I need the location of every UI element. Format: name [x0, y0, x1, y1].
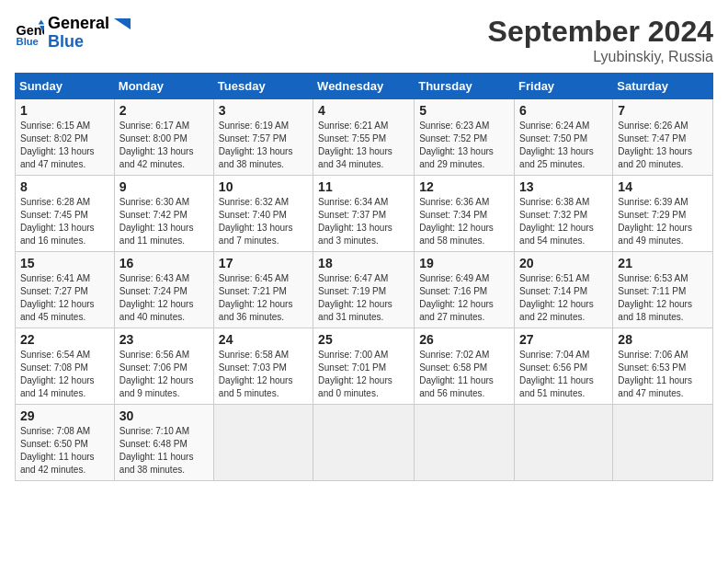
table-row: 2Sunrise: 6:17 AMSunset: 8:00 PMDaylight…	[114, 99, 213, 176]
table-row: 27Sunrise: 7:04 AMSunset: 6:56 PMDayligh…	[515, 328, 613, 405]
day-number: 16	[119, 256, 209, 270]
calendar-week-row: 15Sunrise: 6:41 AMSunset: 7:27 PMDayligh…	[16, 252, 713, 328]
day-number: 20	[519, 256, 608, 270]
day-info: Sunrise: 6:24 AMSunset: 7:50 PMDaylight:…	[519, 120, 608, 171]
table-row: 19Sunrise: 6:49 AMSunset: 7:16 PMDayligh…	[415, 252, 515, 328]
day-info: Sunrise: 7:06 AMSunset: 6:53 PMDaylight:…	[618, 349, 708, 400]
col-sunday: Sunday	[16, 74, 115, 99]
day-number: 2	[119, 103, 209, 118]
day-number: 23	[119, 332, 209, 347]
day-info: Sunrise: 7:02 AMSunset: 6:58 PMDaylight:…	[419, 349, 509, 400]
table-row: 26Sunrise: 7:02 AMSunset: 6:58 PMDayligh…	[415, 328, 515, 405]
logo-general: General	[48, 15, 131, 33]
table-row: 18Sunrise: 6:47 AMSunset: 7:19 PMDayligh…	[313, 252, 415, 328]
day-info: Sunrise: 7:04 AMSunset: 6:56 PMDaylight:…	[519, 349, 608, 400]
day-number: 27	[519, 332, 608, 347]
table-row	[613, 405, 713, 481]
table-row: 17Sunrise: 6:45 AMSunset: 7:21 PMDayligh…	[213, 252, 313, 328]
table-row: 4Sunrise: 6:21 AMSunset: 7:55 PMDaylight…	[313, 99, 415, 176]
day-info: Sunrise: 6:30 AMSunset: 7:42 PMDaylight:…	[119, 196, 209, 247]
day-info: Sunrise: 6:17 AMSunset: 8:00 PMDaylight:…	[119, 120, 209, 171]
table-row	[313, 405, 415, 481]
day-info: Sunrise: 7:08 AMSunset: 6:50 PMDaylight:…	[20, 425, 109, 477]
table-row	[415, 405, 515, 481]
day-info: Sunrise: 6:39 AMSunset: 7:29 PMDaylight:…	[618, 196, 708, 247]
day-info: Sunrise: 6:26 AMSunset: 7:47 PMDaylight:…	[618, 120, 708, 171]
table-row: 11Sunrise: 6:34 AMSunset: 7:37 PMDayligh…	[313, 176, 415, 252]
table-row	[213, 405, 313, 481]
day-number: 10	[219, 179, 308, 194]
table-row: 7Sunrise: 6:26 AMSunset: 7:47 PMDaylight…	[613, 99, 713, 176]
table-row: 1Sunrise: 6:15 AMSunset: 8:02 PMDaylight…	[16, 99, 115, 176]
day-number: 30	[119, 408, 209, 423]
day-number: 29	[20, 408, 109, 423]
table-row: 21Sunrise: 6:53 AMSunset: 7:11 PMDayligh…	[613, 252, 713, 328]
day-info: Sunrise: 7:10 AMSunset: 6:48 PMDaylight:…	[119, 425, 209, 477]
svg-text:Blue: Blue	[17, 36, 39, 47]
calendar-week-row: 8Sunrise: 6:28 AMSunset: 7:45 PMDaylight…	[16, 176, 713, 252]
table-row: 30Sunrise: 7:10 AMSunset: 6:48 PMDayligh…	[114, 405, 213, 481]
col-saturday: Saturday	[613, 74, 713, 99]
logo-arrow-icon	[114, 18, 131, 29]
day-number: 19	[419, 256, 509, 270]
svg-marker-4	[114, 18, 131, 29]
header: General Blue General Blue September 2024…	[15, 15, 713, 65]
day-info: Sunrise: 6:15 AMSunset: 8:02 PMDaylight:…	[20, 120, 109, 171]
calendar-week-row: 29Sunrise: 7:08 AMSunset: 6:50 PMDayligh…	[16, 405, 713, 481]
day-info: Sunrise: 6:28 AMSunset: 7:45 PMDaylight:…	[20, 196, 109, 247]
table-row: 15Sunrise: 6:41 AMSunset: 7:27 PMDayligh…	[16, 252, 115, 328]
day-number: 14	[618, 179, 708, 194]
table-row: 29Sunrise: 7:08 AMSunset: 6:50 PMDayligh…	[16, 405, 115, 481]
table-row: 8Sunrise: 6:28 AMSunset: 7:45 PMDaylight…	[16, 176, 115, 252]
day-info: Sunrise: 6:54 AMSunset: 7:08 PMDaylight:…	[20, 349, 109, 400]
day-number: 12	[419, 179, 509, 194]
day-number: 1	[20, 103, 109, 118]
calendar-header-row: Sunday Monday Tuesday Wednesday Thursday…	[16, 74, 713, 99]
col-thursday: Thursday	[415, 74, 515, 99]
month-title: September 2024	[488, 15, 713, 49]
day-number: 22	[20, 332, 109, 347]
day-info: Sunrise: 6:51 AMSunset: 7:14 PMDaylight:…	[519, 272, 608, 324]
table-row: 23Sunrise: 6:56 AMSunset: 7:06 PMDayligh…	[114, 328, 213, 405]
day-number: 25	[318, 332, 409, 347]
calendar-table: Sunday Monday Tuesday Wednesday Thursday…	[15, 73, 713, 481]
day-number: 18	[318, 256, 409, 270]
day-info: Sunrise: 6:32 AMSunset: 7:40 PMDaylight:…	[219, 196, 308, 247]
day-number: 15	[20, 256, 109, 270]
table-row: 14Sunrise: 6:39 AMSunset: 7:29 PMDayligh…	[613, 176, 713, 252]
day-info: Sunrise: 6:41 AMSunset: 7:27 PMDaylight:…	[20, 272, 109, 324]
table-row: 22Sunrise: 6:54 AMSunset: 7:08 PMDayligh…	[16, 328, 115, 405]
table-row: 25Sunrise: 7:00 AMSunset: 7:01 PMDayligh…	[313, 328, 415, 405]
calendar-week-row: 1Sunrise: 6:15 AMSunset: 8:02 PMDaylight…	[16, 99, 713, 176]
day-info: Sunrise: 6:49 AMSunset: 7:16 PMDaylight:…	[419, 272, 509, 324]
table-row: 9Sunrise: 6:30 AMSunset: 7:42 PMDaylight…	[114, 176, 213, 252]
table-row: 6Sunrise: 6:24 AMSunset: 7:50 PMDaylight…	[515, 99, 613, 176]
day-info: Sunrise: 6:47 AMSunset: 7:19 PMDaylight:…	[318, 272, 409, 324]
col-friday: Friday	[515, 74, 613, 99]
day-number: 6	[519, 103, 608, 118]
table-row: 28Sunrise: 7:06 AMSunset: 6:53 PMDayligh…	[613, 328, 713, 405]
title-area: September 2024 Lyubinskiy, Russia	[488, 15, 713, 65]
table-row: 24Sunrise: 6:58 AMSunset: 7:03 PMDayligh…	[213, 328, 313, 405]
col-tuesday: Tuesday	[213, 74, 313, 99]
day-number: 21	[618, 256, 708, 270]
day-info: Sunrise: 6:23 AMSunset: 7:52 PMDaylight:…	[419, 120, 509, 171]
day-number: 17	[219, 256, 308, 270]
day-number: 24	[219, 332, 308, 347]
table-row: 16Sunrise: 6:43 AMSunset: 7:24 PMDayligh…	[114, 252, 213, 328]
logo-icon: General Blue	[15, 18, 44, 48]
table-row	[515, 405, 613, 481]
day-info: Sunrise: 6:58 AMSunset: 7:03 PMDaylight:…	[219, 349, 308, 400]
day-info: Sunrise: 6:19 AMSunset: 7:57 PMDaylight:…	[219, 120, 308, 171]
day-info: Sunrise: 6:36 AMSunset: 7:34 PMDaylight:…	[419, 196, 509, 247]
table-row: 10Sunrise: 6:32 AMSunset: 7:40 PMDayligh…	[213, 176, 313, 252]
table-row: 20Sunrise: 6:51 AMSunset: 7:14 PMDayligh…	[515, 252, 613, 328]
day-number: 9	[119, 179, 209, 194]
col-monday: Monday	[114, 74, 213, 99]
table-row: 5Sunrise: 6:23 AMSunset: 7:52 PMDaylight…	[415, 99, 515, 176]
day-number: 3	[219, 103, 308, 118]
day-info: Sunrise: 6:45 AMSunset: 7:21 PMDaylight:…	[219, 272, 308, 324]
table-row: 12Sunrise: 6:36 AMSunset: 7:34 PMDayligh…	[415, 176, 515, 252]
day-info: Sunrise: 6:53 AMSunset: 7:11 PMDaylight:…	[618, 272, 708, 324]
location-subtitle: Lyubinskiy, Russia	[488, 49, 713, 65]
